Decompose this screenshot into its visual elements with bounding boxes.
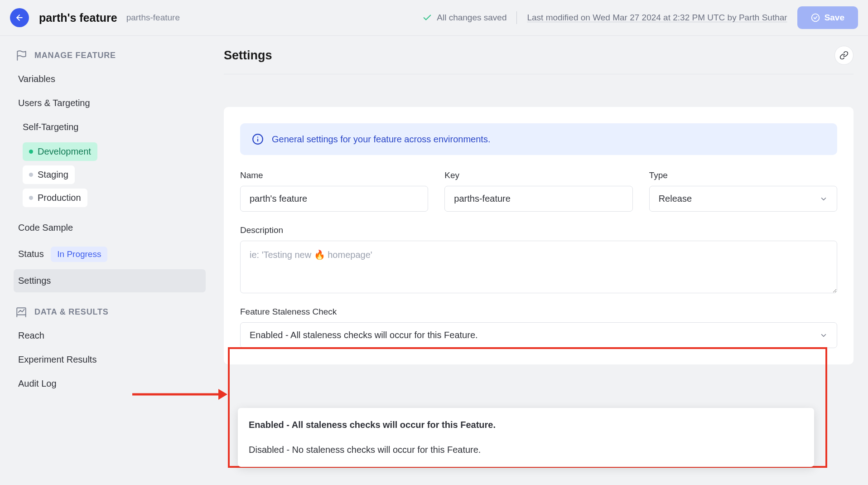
section-header-manage: MANAGE FEATURE [14,49,206,61]
back-button[interactable] [10,8,29,27]
sidebar-item-self-targeting[interactable]: Self-Targeting [14,116,206,139]
chevron-down-icon [820,331,828,340]
page-title: parth's feature [39,11,117,24]
type-select-value: Release [659,194,692,204]
copy-link-button[interactable] [834,46,854,65]
divider [516,11,517,24]
page-slug: parths-feature [126,13,180,23]
sidebar-item-experiment-results[interactable]: Experiment Results [14,348,206,371]
info-icon [252,133,264,145]
status-dot-icon [29,173,33,177]
key-input[interactable] [444,186,632,212]
status-dot-icon [29,196,33,200]
chevron-down-icon [820,195,828,203]
name-label: Name [240,170,428,180]
sidebar-item-reach[interactable]: Reach [14,324,206,347]
status-label: Status [18,249,44,259]
last-modified[interactable]: Last modified on Wed Mar 27 2024 at 2:32… [527,13,787,23]
sidebar: MANAGE FEATURE Variables Users & Targeti… [0,36,213,396]
settings-card: General settings for your feature across… [224,107,854,364]
content-area: Settings General settings for your featu… [213,36,868,396]
info-banner-text: General settings for your feature across… [272,134,490,145]
chart-icon [15,306,27,318]
app-header: parth's feature parths-feature All chang… [0,0,868,36]
sidebar-item-status[interactable]: Status In Progress [14,240,206,268]
description-label: Description [240,225,837,235]
content-title: Settings [224,48,272,63]
staleness-select-value: Enabled - All staleness checks will occu… [250,330,478,340]
sidebar-item-code-sample[interactable]: Code Sample [14,216,206,239]
save-button[interactable]: Save [797,6,858,29]
check-circle-icon [811,13,820,22]
saved-status-text: All changes saved [437,13,506,23]
type-label: Type [649,170,837,180]
dropdown-option-disabled[interactable]: Disabled - No staleness checks will occu… [238,437,814,462]
env-label: Development [38,146,91,157]
staleness-dropdown-panel: Enabled - All staleness checks will occu… [238,408,814,467]
svg-point-1 [811,14,819,22]
type-select[interactable]: Release [649,186,837,212]
save-button-label: Save [825,13,844,23]
description-textarea[interactable] [240,241,837,293]
saved-status: All changes saved [422,13,506,23]
sidebar-item-variables[interactable]: Variables [14,68,206,91]
check-icon [422,13,432,23]
staleness-label: Feature Staleness Check [240,307,837,317]
info-banner: General settings for your feature across… [240,123,837,155]
section-header-data: DATA & RESULTS [14,306,206,318]
sidebar-item-settings[interactable]: Settings [14,269,206,292]
env-pill-production[interactable]: Production [23,189,87,207]
staleness-select[interactable]: Enabled - All staleness checks will occu… [240,322,837,348]
status-badge: In Progress [51,247,107,262]
dropdown-option-enabled[interactable]: Enabled - All staleness checks will occu… [238,412,814,437]
key-label: Key [444,170,632,180]
link-icon [839,51,849,60]
name-input[interactable] [240,186,428,212]
env-pill-staging[interactable]: Staging [23,165,75,184]
env-label: Staging [38,170,68,180]
env-label: Production [38,193,81,203]
arrow-left-icon [15,13,24,22]
flag-icon [15,49,27,61]
sidebar-item-users-targeting[interactable]: Users & Targeting [14,92,206,115]
svg-marker-9 [218,389,227,400]
env-pill-development[interactable]: Development [23,142,97,161]
annotation-arrow-icon [132,385,227,403]
status-dot-icon [29,150,33,154]
